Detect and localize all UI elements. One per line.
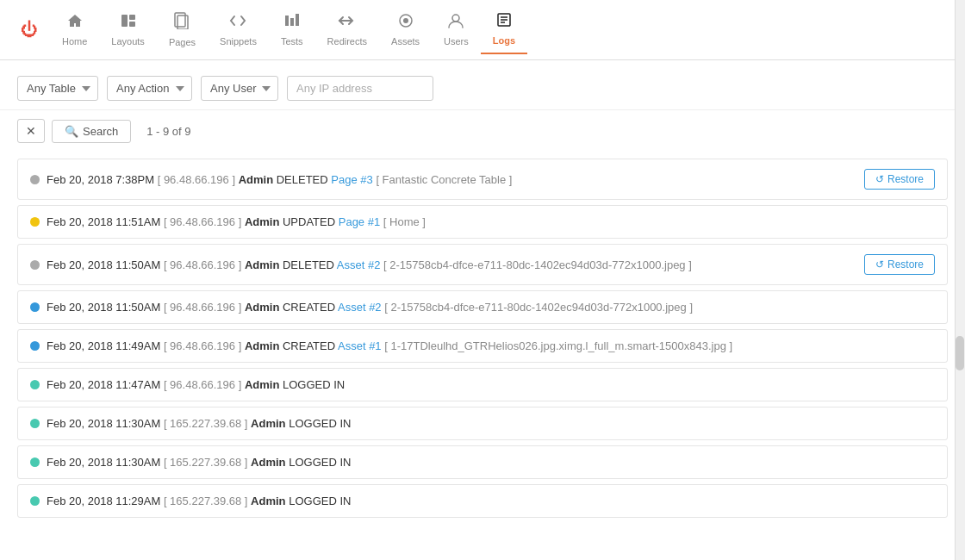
nav-label-tests: Tests bbox=[281, 36, 303, 47]
user-filter[interactable]: Any User bbox=[201, 76, 278, 101]
nav-item-layouts[interactable]: Layouts bbox=[99, 6, 157, 53]
log-link[interactable]: Page #1 bbox=[339, 215, 380, 228]
log-timestamp: Feb 20, 2018 11:50AM bbox=[47, 301, 160, 314]
log-ip: [ 165.227.39.68 ] bbox=[164, 495, 248, 507]
log-timestamp: Feb 20, 2018 11:47AM bbox=[47, 378, 160, 391]
nav-item-users[interactable]: Users bbox=[432, 6, 481, 53]
nav-label-assets: Assets bbox=[391, 36, 420, 47]
logs-icon bbox=[495, 12, 513, 32]
log-timestamp: Feb 20, 2018 11:30AM bbox=[47, 456, 160, 469]
power-icon: ⏻ bbox=[21, 20, 38, 40]
svg-rect-7 bbox=[296, 14, 299, 26]
status-dot bbox=[30, 419, 40, 428]
svg-rect-6 bbox=[290, 18, 294, 26]
nav-label-redirects: Redirects bbox=[327, 36, 367, 47]
nav-label-layouts: Layouts bbox=[111, 36, 145, 47]
nav-label-users: Users bbox=[444, 36, 469, 47]
status-dot bbox=[30, 457, 40, 467]
log-extra: [ Fantastic Concrete Table ] bbox=[376, 173, 512, 186]
ip-filter[interactable] bbox=[287, 76, 433, 101]
table-filter[interactable]: Any Table bbox=[17, 76, 98, 101]
log-row: Feb 20, 2018 11:49AM [ 96.48.66.196 ] Ad… bbox=[17, 329, 948, 363]
restore-label: Restore bbox=[887, 173, 924, 185]
log-link[interactable]: Asset #1 bbox=[338, 339, 382, 352]
nav-item-redirects[interactable]: Redirects bbox=[315, 6, 379, 53]
status-dot bbox=[30, 341, 40, 351]
pages-icon bbox=[174, 12, 190, 34]
log-row: Feb 20, 2018 11:47AM [ 96.48.66.196 ] Ad… bbox=[17, 368, 948, 401]
log-list: Feb 20, 2018 7:38PM [ 96.48.66.196 ] Adm… bbox=[0, 150, 965, 520]
layouts-icon bbox=[120, 13, 137, 33]
clear-button[interactable]: ✕ bbox=[17, 119, 45, 143]
scrollbar-track[interactable] bbox=[955, 0, 965, 560]
log-user: Admin bbox=[251, 495, 285, 507]
log-row: Feb 20, 2018 11:50AM [ 96.48.66.196 ] Ad… bbox=[17, 244, 948, 285]
log-row: Feb 20, 2018 11:51AM [ 96.48.66.196 ] Ad… bbox=[17, 205, 948, 239]
log-ip: [ 96.48.66.196 ] bbox=[164, 301, 241, 314]
nav-label-snippets: Snippets bbox=[220, 36, 257, 47]
log-user: Admin bbox=[245, 258, 279, 271]
log-row: Feb 20, 2018 7:38PM [ 96.48.66.196 ] Adm… bbox=[17, 159, 948, 200]
status-dot bbox=[30, 302, 40, 312]
search-row: ✕ 🔍 Search 1 - 9 of 9 bbox=[0, 110, 965, 150]
log-extra: [ Home ] bbox=[383, 215, 426, 228]
action-filter[interactable]: Any Action bbox=[107, 76, 192, 101]
log-link[interactable]: Asset #2 bbox=[337, 258, 381, 271]
nav-item-logs[interactable]: Logs bbox=[481, 5, 527, 54]
log-row: Feb 20, 2018 11:30AM [ 165.227.39.68 ] A… bbox=[17, 407, 948, 440]
redirects-icon bbox=[338, 13, 357, 33]
log-row: Feb 20, 2018 11:30AM [ 165.227.39.68 ] A… bbox=[17, 445, 948, 479]
scrollbar-thumb[interactable] bbox=[956, 336, 964, 370]
log-ip: [ 96.48.66.196 ] bbox=[164, 215, 241, 228]
nav-item-home[interactable]: Home bbox=[50, 6, 99, 53]
log-timestamp: Feb 20, 2018 7:38PM bbox=[47, 173, 154, 186]
log-timestamp: Feb 20, 2018 11:50AM bbox=[47, 258, 160, 271]
log-ip: [ 96.48.66.196 ] bbox=[158, 173, 235, 186]
log-action: LOGGED IN bbox=[289, 417, 351, 430]
nav-item-tests[interactable]: Tests bbox=[269, 6, 315, 53]
nav-item-power[interactable]: ⏻ bbox=[9, 13, 50, 47]
svg-rect-2 bbox=[129, 22, 135, 27]
log-user: Admin bbox=[239, 173, 273, 186]
log-action: LOGGED IN bbox=[289, 495, 351, 507]
log-action: CREATED bbox=[283, 301, 335, 314]
log-link[interactable]: Page #3 bbox=[331, 173, 372, 186]
assets-icon bbox=[397, 13, 414, 33]
log-ip: [ 165.227.39.68 ] bbox=[164, 456, 248, 469]
log-user: Admin bbox=[245, 339, 279, 352]
nav-item-pages[interactable]: Pages bbox=[157, 5, 208, 54]
log-timestamp: Feb 20, 2018 11:49AM bbox=[47, 339, 160, 352]
restore-icon: ↺ bbox=[875, 258, 884, 271]
log-extra: [ 2-15758cb4-dfce-e711-80dc-1402ec94d03d… bbox=[384, 301, 693, 314]
log-timestamp: Feb 20, 2018 11:51AM bbox=[47, 215, 160, 228]
log-user: Admin bbox=[251, 417, 285, 430]
restore-label: Restore bbox=[887, 258, 924, 271]
log-action: LOGGED IN bbox=[283, 378, 345, 391]
nav-label-logs: Logs bbox=[493, 35, 515, 46]
status-dot bbox=[30, 260, 40, 270]
log-action: UPDATED bbox=[283, 215, 335, 228]
restore-icon: ↺ bbox=[875, 173, 884, 185]
status-dot bbox=[30, 496, 40, 506]
users-icon bbox=[447, 13, 464, 33]
log-link[interactable]: Asset #2 bbox=[338, 301, 382, 314]
log-action: LOGGED IN bbox=[289, 456, 351, 469]
log-user: Admin bbox=[245, 378, 279, 391]
log-user: Admin bbox=[251, 456, 285, 469]
search-label: Search bbox=[83, 125, 118, 138]
log-ip: [ 165.227.39.68 ] bbox=[164, 417, 248, 430]
restore-button[interactable]: ↺ Restore bbox=[864, 254, 935, 275]
log-user: Admin bbox=[245, 215, 279, 228]
search-button[interactable]: 🔍 Search bbox=[52, 120, 131, 143]
log-action: CREATED bbox=[283, 339, 335, 352]
nav-item-assets[interactable]: Assets bbox=[379, 6, 432, 53]
clear-icon: ✕ bbox=[26, 124, 36, 138]
log-extra: [ 2-15758cb4-dfce-e711-80dc-1402ec94d03d… bbox=[383, 258, 692, 271]
svg-rect-0 bbox=[121, 15, 128, 27]
log-ip: [ 96.48.66.196 ] bbox=[164, 258, 241, 271]
restore-button[interactable]: ↺ Restore bbox=[864, 169, 935, 190]
filters-bar: Any Table Any Action Any User bbox=[0, 60, 965, 110]
svg-point-10 bbox=[452, 15, 459, 22]
nav-item-snippets[interactable]: Snippets bbox=[208, 6, 269, 53]
log-action: DELETED bbox=[283, 258, 334, 271]
